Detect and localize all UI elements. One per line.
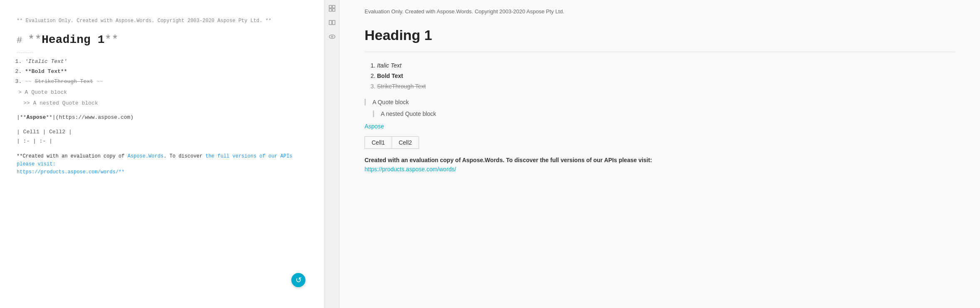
svg-point-7: [331, 36, 333, 38]
table-cell-2: Cell2: [392, 136, 419, 148]
heading-star-close: **: [104, 33, 119, 46]
editor-quote-1: > A Quote block: [17, 88, 308, 97]
preview-footer-link[interactable]: https://products.aspose.com/words/: [365, 166, 456, 173]
editor-panel[interactable]: ** Evaluation Only. Created with Aspose.…: [0, 0, 325, 308]
table-row-1: | Cell1 | Cell2 |: [17, 128, 308, 137]
svg-rect-2: [329, 9, 332, 11]
icon-bar: [325, 0, 340, 308]
preview-link[interactable]: Aspose: [365, 123, 955, 130]
editor-footer: **Created with an evaluation copy of Asp…: [17, 153, 308, 177]
preview-list-item-strike: StrikeThrough Text: [377, 81, 955, 92]
preview-footer: Created with an evaluation copy of Aspos…: [365, 155, 955, 174]
preview-table: Cell1 Cell2: [365, 136, 419, 149]
preview-hr: [365, 52, 955, 52]
editor-quote-2: >> A nested Quote block: [17, 99, 308, 108]
list-item-bold: **Bold Text**: [25, 67, 308, 76]
preview-blockquote-1: A Quote block: [365, 99, 955, 105]
preview-watermark: Evaluation Only. Created with Aspose.Wor…: [365, 8, 955, 15]
footer-text: **Created with an evaluation copy of Asp…: [17, 153, 293, 167]
preview-list-item-italic: Italic Text: [377, 60, 955, 71]
editor-watermark: ** Evaluation Only. Created with Aspose.…: [17, 17, 308, 25]
svg-rect-3: [332, 9, 335, 11]
editor-link-line: |**Aspose**|(https://www.aspose.com): [17, 113, 308, 122]
svg-rect-5: [332, 20, 335, 25]
svg-rect-4: [329, 20, 332, 25]
footer-link[interactable]: https://products.aspose.com/words/**: [17, 169, 124, 175]
list-item-strike: ~~ StrikeThrough Text ~~: [25, 77, 308, 86]
preview-blockquote-2: A nested Quote block: [373, 110, 955, 117]
list-item-italic: 'Italic Text': [25, 57, 308, 66]
refresh-button[interactable]: ↺: [291, 273, 305, 287]
svg-rect-0: [329, 5, 332, 8]
svg-point-6: [329, 35, 335, 39]
table-row: Cell1 Cell2: [365, 136, 419, 148]
editor-list: 'Italic Text' **Bold Text** ~~ StrikeThr…: [25, 57, 308, 86]
preview-heading: Heading 1: [365, 27, 955, 43]
refresh-icon: ↺: [295, 275, 302, 285]
table-cell-1: Cell1: [365, 136, 392, 148]
editor-link-md: |**Aspose**|(https://www.aspose.com): [17, 114, 134, 120]
preview-list-item-bold: Bold Text: [377, 71, 955, 81]
svg-rect-1: [332, 5, 335, 8]
eye-icon[interactable]: [328, 33, 336, 41]
preview-footer-text: Created with an evaluation copy of Aspos…: [365, 157, 652, 163]
preview-panel: Evaluation Only. Created with Aspose.Wor…: [340, 0, 980, 308]
heading-hash: #: [17, 35, 27, 46]
columns-icon[interactable]: [328, 18, 336, 27]
editor-divider: [17, 53, 33, 53]
layout-icon[interactable]: [328, 4, 336, 13]
table-row-2: | :- | :- |: [17, 137, 308, 146]
heading-star-open: **: [27, 33, 42, 46]
preview-list: Italic Text Bold Text StrikeThrough Text: [377, 60, 955, 92]
editor-heading: # **Heading 1**: [17, 30, 308, 50]
editor-table: | Cell1 | Cell2 | | :- | :- |: [17, 128, 308, 146]
